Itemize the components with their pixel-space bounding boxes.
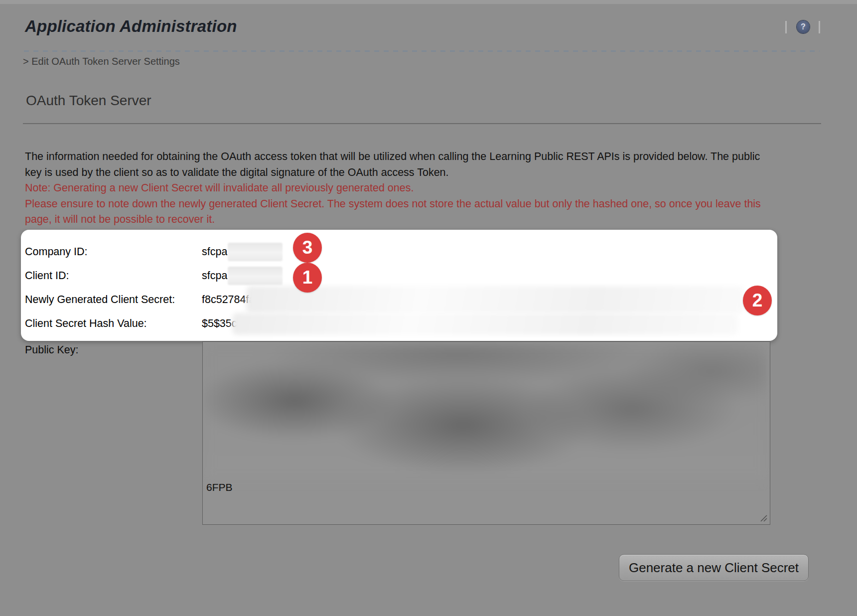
public-key-visible-text: 6FPB: [206, 481, 233, 493]
annotation-badge-2: 2: [743, 286, 772, 315]
redacted-client-secret: [246, 286, 744, 313]
section-heading-rule: [23, 123, 821, 124]
field-row-company-id: Company ID: sfcpa: [0, 245, 777, 259]
header-separator-left: [785, 21, 787, 33]
section-heading: OAuth Token Server: [26, 93, 151, 109]
help-icon: ?: [801, 23, 806, 31]
annotation-badge-1: 1: [293, 263, 322, 293]
client-secret-hash-value: $5$35c: [202, 317, 237, 330]
warning-line: Please ensure to note down the newly gen…: [25, 196, 822, 212]
field-row-client-id: Client ID: sfcpa: [0, 269, 777, 283]
client-secret-hash-label: Client Secret Hash Value:: [25, 317, 147, 330]
breadcrumb[interactable]: > Edit OAuth Token Server Settings: [23, 56, 180, 67]
company-id-value: sfcpa: [202, 246, 227, 258]
page-title: Application Administration: [25, 17, 237, 36]
warning-line: page, it will not be possible to recover…: [25, 212, 822, 228]
redacted-company-id: [228, 243, 283, 261]
generate-client-secret-button-label: Generate a new Client Secret: [629, 560, 799, 576]
application-administration-page: Application Administration ? > Edit OAut…: [0, 0, 857, 616]
textarea-resize-handle-icon[interactable]: [758, 512, 768, 522]
public-key-label: Public Key:: [25, 344, 79, 356]
annotation-badge-2-number: 2: [752, 290, 763, 311]
public-key-redacted-content: [205, 344, 767, 479]
redacted-client-id: [228, 267, 283, 285]
description-line: key is used by the client so as to valid…: [25, 165, 822, 181]
annotation-badge-3-number: 3: [302, 237, 313, 258]
new-client-secret-label: Newly Generated Client Secret:: [25, 294, 175, 306]
client-id-label: Client ID:: [25, 270, 69, 282]
description-line: The information needed for obtaining the…: [25, 149, 822, 165]
company-id-label: Company ID:: [25, 246, 87, 258]
help-button[interactable]: ?: [797, 20, 810, 33]
top-edge-strip: [0, 0, 857, 4]
header-dashed-divider: [24, 50, 820, 52]
warning-line: Note: Generating a new Client Secret wil…: [25, 180, 822, 196]
public-key-textarea[interactable]: 6FPB: [202, 341, 770, 525]
header-separator-right: [819, 21, 820, 33]
redacted-client-secret-hash: [232, 313, 738, 335]
generate-client-secret-button[interactable]: Generate a new Client Secret: [619, 554, 809, 581]
annotation-badge-1-number: 1: [302, 267, 313, 288]
client-id-value: sfcpa: [202, 270, 227, 282]
annotation-badge-3: 3: [293, 233, 322, 263]
description-block: The information needed for obtaining the…: [25, 149, 822, 228]
